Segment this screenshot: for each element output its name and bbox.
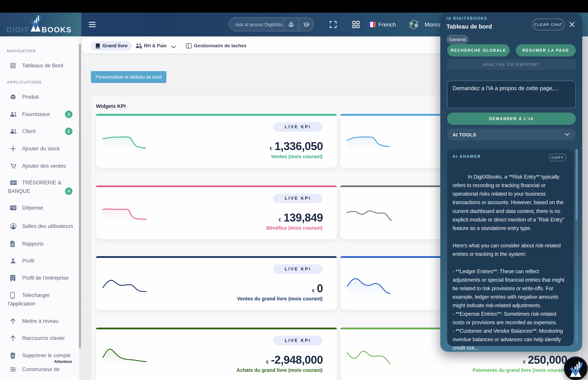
svg-text:€: €	[416, 24, 417, 27]
svg-text:$: $	[410, 22, 412, 25]
svg-text:$: $	[11, 206, 12, 208]
